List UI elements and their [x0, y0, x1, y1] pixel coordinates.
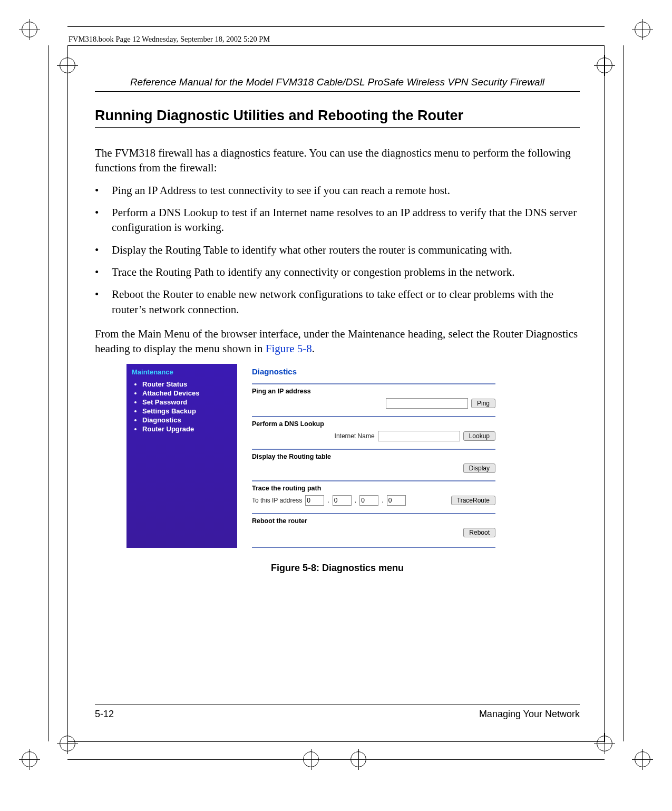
sidebar-item-diagnostics[interactable]: Diagnostics [142, 416, 232, 424]
frame-rule [67, 45, 68, 741]
reg-mark [632, 19, 653, 40]
page-footer: 5-12 Managing Your Network [95, 704, 580, 720]
reg-mark [594, 55, 615, 76]
list-item: •Perform a DNS Lookup to test if an Inte… [95, 205, 580, 235]
frame-rule [67, 759, 605, 760]
reg-mark [19, 749, 40, 770]
sidebar-item-attached-devices[interactable]: Attached Devices [142, 389, 232, 397]
dns-label: Internet Name [335, 432, 375, 440]
sidebar: Maintenance Router Status Attached Devic… [126, 364, 237, 548]
trace-ip-2[interactable] [333, 495, 352, 506]
frame-rule [623, 45, 624, 741]
sidebar-item-router-upgrade[interactable]: Router Upgrade [142, 425, 232, 433]
sidebar-heading: Maintenance [132, 368, 232, 376]
running-head: Reference Manual for the Model FVM318 Ca… [95, 76, 580, 88]
ping-button[interactable]: Ping [471, 399, 495, 408]
dns-title: Perform a DNS Lookup [252, 420, 495, 428]
figure-screenshot: Maintenance Router Status Attached Devic… [126, 364, 495, 548]
list-item-text: Display the Routing Table to identify wh… [112, 243, 512, 257]
trace-ip-1[interactable] [305, 495, 324, 506]
traceroute-button[interactable]: TraceRoute [451, 496, 495, 505]
display-button[interactable]: Display [463, 464, 495, 473]
page-number: 5-12 [95, 709, 114, 720]
frame-rule [67, 741, 605, 742]
diagnostics-panel: Diagnostics Ping an IP address Ping Perf… [237, 364, 495, 548]
reg-mark [594, 733, 615, 754]
trace-title: Trace the routing path [252, 485, 495, 492]
frame-rule [604, 45, 605, 741]
lookup-button[interactable]: Lookup [463, 431, 495, 441]
list-item-text: Reboot the Router to enable new network … [112, 287, 580, 317]
frame-rule [48, 45, 49, 741]
sidebar-item-router-status[interactable]: Router Status [142, 380, 232, 388]
reboot-button[interactable]: Reboot [463, 528, 495, 537]
section-rule [95, 127, 580, 128]
lead-out-paragraph: From the Main Menu of the browser interf… [95, 326, 580, 356]
list-item: •Ping an IP Address to test connectivity… [95, 183, 580, 198]
frame-rule [67, 45, 605, 46]
header-rule [95, 91, 580, 92]
figure-caption: Figure 5-8: Diagnostics menu [95, 563, 580, 574]
list-item-text: Ping an IP Address to test connectivity … [112, 183, 450, 198]
ping-input[interactable] [386, 398, 468, 409]
page-meta: FVM318.book Page 12 Wednesday, September… [69, 35, 270, 44]
list-item-text: Perform a DNS Lookup to test if an Inter… [112, 205, 580, 235]
route-title: Display the Routing table [252, 453, 495, 460]
feature-list: •Ping an IP Address to test connectivity… [95, 183, 580, 317]
ping-title: Ping an IP address [252, 388, 495, 395]
chapter-title: Managing Your Network [479, 709, 580, 720]
panel-title: Diagnostics [252, 367, 495, 376]
reg-mark [632, 749, 653, 770]
trace-label: To this IP address [252, 497, 302, 504]
reg-mark [19, 19, 40, 40]
list-item: •Display the Routing Table to identify w… [95, 243, 580, 257]
sidebar-item-settings-backup[interactable]: Settings Backup [142, 407, 232, 415]
trace-ip-3[interactable] [359, 495, 378, 506]
list-item: •Reboot the Router to enable new network… [95, 287, 580, 317]
reboot-title: Reboot the router [252, 517, 495, 525]
intro-paragraph: The FVM318 firewall has a diagnostics fe… [95, 146, 580, 176]
dns-input[interactable] [378, 431, 460, 441]
list-item-text: Trace the Routing Path to identify any c… [112, 265, 514, 279]
frame-rule [67, 26, 605, 27]
list-item: •Trace the Routing Path to identify any … [95, 265, 580, 279]
section-title: Running Diagnostic Utilities and Rebooti… [95, 108, 580, 124]
trace-ip-4[interactable] [387, 495, 406, 506]
sidebar-item-set-password[interactable]: Set Password [142, 398, 232, 406]
figure-link[interactable]: Figure 5-8 [266, 342, 312, 355]
